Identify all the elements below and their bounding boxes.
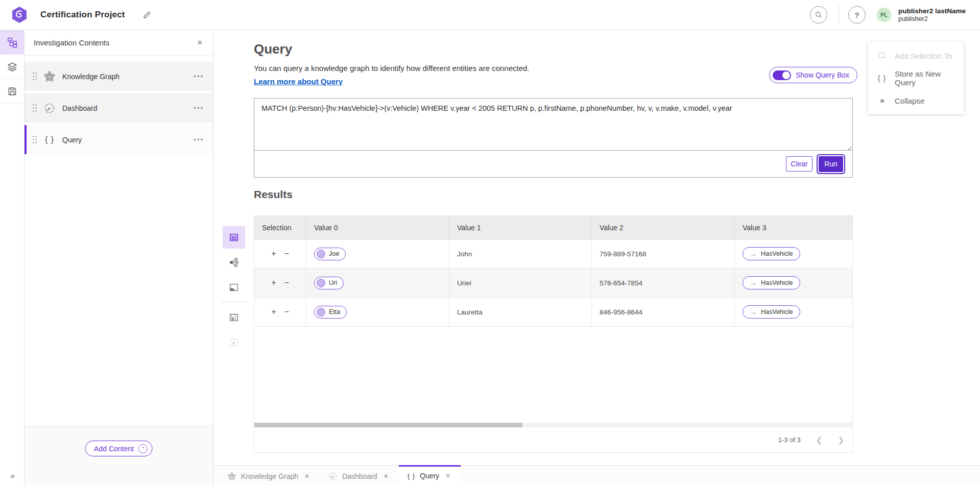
drag-handle-icon[interactable] <box>32 104 38 112</box>
add-to-selection-button[interactable]: + <box>271 308 276 316</box>
close-panel-button[interactable]: ✕ <box>195 37 205 48</box>
add-to-selection-button[interactable]: + <box>271 250 276 258</box>
menu-item-collapse[interactable]: » Collapse <box>868 89 964 112</box>
add-to-selection-button[interactable]: + <box>271 279 276 287</box>
menu-item-store-as-new-query[interactable]: { } Store as New Query <box>868 67 964 89</box>
disabled-map-icon <box>228 337 240 348</box>
network-view-button[interactable] <box>223 251 245 274</box>
entity-node-chip[interactable]: Joe <box>314 248 346 260</box>
tab-knowledge-graph[interactable]: Knowledge Graph ✕ <box>219 466 320 485</box>
selection-cell: + − <box>254 298 306 326</box>
content-item-knowledge-graph[interactable]: Knowledge Graph ••• <box>25 62 213 91</box>
dashboard-gauge-icon <box>328 472 338 481</box>
user-name: publisher2 lastName <box>898 7 966 15</box>
query-braces-icon: { } <box>408 472 415 480</box>
table-view-button[interactable] <box>223 226 245 249</box>
contents-list: Knowledge Graph ••• <box>25 56 213 154</box>
edit-title-button[interactable] <box>140 8 154 21</box>
value-cell: 759-889-57168 <box>592 239 735 268</box>
item-overflow-menu-icon[interactable]: ••• <box>189 69 208 83</box>
search-button[interactable] <box>810 6 827 23</box>
panel-footer: Add Content ⌃ <box>25 426 213 485</box>
value-cell: 578-654-7854 <box>592 269 735 297</box>
relation-name: HasVehicle <box>761 279 793 286</box>
selection-cell: + − <box>254 269 306 297</box>
selection-cell: + − <box>254 239 306 268</box>
show-query-box-toggle[interactable]: Show Query Box <box>769 67 857 83</box>
column-header: Value 0 <box>306 216 449 239</box>
geo-map-view-button[interactable] <box>223 306 245 329</box>
dashboard-gauge-icon <box>43 102 56 114</box>
relation-chip[interactable]: → HasVehicle <box>743 247 800 260</box>
item-overflow-menu-icon[interactable]: ••• <box>189 133 208 147</box>
tab-dashboard[interactable]: Dashboard ✕ <box>320 466 399 485</box>
layers-icon <box>7 61 18 72</box>
previous-page-button[interactable]: ❮ <box>816 435 823 445</box>
content-item-dashboard[interactable]: Dashboard ••• <box>25 93 213 123</box>
page-title: Query <box>254 41 292 57</box>
learn-more-link[interactable]: Learn more about Query <box>254 77 343 86</box>
menu-item-add-selection-to: Add Selection To <box>868 44 964 67</box>
entity-cell: Uri <box>306 269 449 297</box>
close-tab-icon[interactable]: ✕ <box>444 471 452 481</box>
view-switcher <box>223 226 246 356</box>
remove-from-selection-button[interactable]: − <box>284 308 289 316</box>
expand-rail-button[interactable]: » <box>0 471 25 480</box>
add-content-button[interactable]: Add Content ⌃ <box>85 441 153 456</box>
user-avatar[interactable]: PL <box>877 8 891 22</box>
query-input[interactable]: MATCH (p:Person)-[hv:HasVehicle]->(v:Veh… <box>254 99 852 151</box>
rail-item-layers[interactable] <box>0 55 25 79</box>
drag-handle-icon[interactable] <box>32 135 38 144</box>
remove-from-selection-button[interactable]: − <box>284 250 289 258</box>
close-tab-icon[interactable]: ✕ <box>382 471 390 481</box>
content-item-query[interactable]: { } Query ••• <box>25 125 213 154</box>
toggle-switch-on[interactable] <box>773 70 791 80</box>
help-button[interactable]: ? <box>848 6 866 23</box>
pencil-icon <box>142 10 152 19</box>
arrow-right-icon: → <box>750 309 756 316</box>
map-view-button[interactable] <box>223 276 245 299</box>
topbar-divider <box>839 6 839 24</box>
scrollbar-thumb[interactable] <box>254 423 522 427</box>
chevron-double-right-icon: » <box>10 471 14 480</box>
column-header: Value 3 <box>735 216 852 239</box>
relation-chip[interactable]: → HasVehicle <box>743 305 800 319</box>
tab-query[interactable]: { } Query ✕ <box>399 465 461 485</box>
item-overflow-menu-icon[interactable]: ••• <box>189 101 208 115</box>
user-subtitle: publisher2 <box>898 15 966 22</box>
menu-item-label: Add Selection To <box>895 52 952 60</box>
table-header-row: Selection Value 0 Value 1 Value 2 Value … <box>254 216 852 239</box>
top-bar: Certification Project ? PL publisher2 la… <box>0 0 980 30</box>
query-box: MATCH (p:Person)-[hv:HasVehicle]->(v:Veh… <box>254 98 853 178</box>
disabled-view-button <box>223 331 245 354</box>
column-header: Value 1 <box>449 216 592 239</box>
horizontal-scrollbar[interactable] <box>254 423 852 427</box>
entity-cell: Etta <box>306 298 449 326</box>
run-button[interactable]: Run <box>819 156 843 172</box>
entity-node-icon <box>317 250 325 258</box>
rail-item-investigation-contents[interactable] <box>0 30 25 55</box>
entity-node-chip[interactable]: Uri <box>314 277 344 289</box>
knowledge-graph-icon <box>227 472 236 481</box>
clear-button[interactable]: Clear <box>786 156 812 172</box>
entity-node-chip[interactable]: Etta <box>314 306 347 319</box>
close-icon: ✕ <box>197 39 203 46</box>
rail-item-save[interactable] <box>0 79 25 104</box>
show-query-box-label: Show Query Box <box>796 71 849 79</box>
map-icon <box>228 282 240 293</box>
user-info: publisher2 lastName publisher2 <box>898 7 966 22</box>
drag-handle-icon[interactable] <box>32 72 38 81</box>
arrow-right-icon: → <box>750 251 756 257</box>
tab-label: Dashboard <box>342 472 377 480</box>
value-cell: Lauretta <box>449 298 592 326</box>
next-page-button[interactable]: ❯ <box>838 435 844 445</box>
results-table: Selection Value 0 Value 1 Value 2 Value … <box>254 215 853 453</box>
close-tab-icon[interactable]: ✕ <box>303 471 311 481</box>
investigation-contents-panel: Investigation Contents ✕ <box>25 30 213 485</box>
content-item-label: Knowledge Graph <box>62 72 189 81</box>
tab-label: Query <box>420 472 439 480</box>
hierarchy-icon <box>7 37 18 48</box>
remove-from-selection-button[interactable]: − <box>284 279 289 287</box>
arrow-right-icon: → <box>750 280 756 286</box>
relation-chip[interactable]: → HasVehicle <box>743 276 800 289</box>
